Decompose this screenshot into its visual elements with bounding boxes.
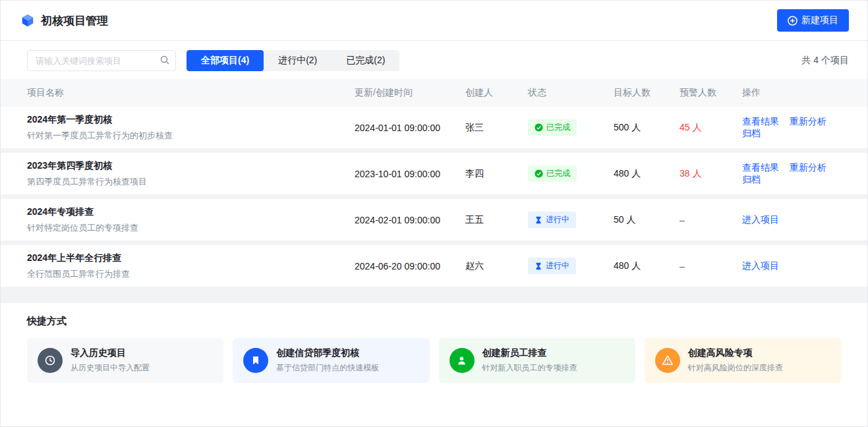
- project-name: 2023年第四季度初核: [27, 160, 355, 172]
- search-icon[interactable]: [159, 55, 170, 65]
- preliminary-review-project-management-page: 初核项目管理 新建项目 全部项目(4): [0, 0, 868, 427]
- enter-project-link[interactable]: 进入项目: [742, 214, 779, 225]
- table-row: 2024年第一季度初核 针对第一季度员工异常行为的初步核查 2024-01-01…: [1, 107, 867, 153]
- page-header: 初核项目管理 新建项目: [1, 1, 867, 41]
- shortcut-title: 创建新员工排查: [482, 347, 577, 359]
- status-badge-in-progress: 进行中: [528, 212, 576, 228]
- shortcut-new-employee-screening[interactable]: 创建新员工排查 针对新入职员工的专项排查: [439, 338, 635, 383]
- reanalyze-link[interactable]: 重新分析: [790, 162, 826, 173]
- shortcut-title: 创建信贷部季度初核: [276, 347, 379, 359]
- bookmark-icon: [243, 348, 268, 373]
- shortcut-description: 基于信贷部门特点的快速模板: [276, 362, 379, 374]
- shortcut-title: 创建高风险专项: [688, 347, 783, 359]
- project-name: 2024年专项排查: [27, 206, 355, 218]
- shortcuts-title: 快捷方式: [27, 315, 841, 327]
- shortcut-text: 创建高风险专项 针对高风险岗位的深度排查: [688, 347, 783, 374]
- status-cell: 已完成: [528, 165, 614, 182]
- shortcut-text: 导入历史项目 从历史项目中导入配置: [71, 347, 150, 374]
- project-name: 2024年上半年全行排查: [27, 252, 355, 264]
- enter-project-link[interactable]: 进入项目: [742, 260, 779, 271]
- view-results-link[interactable]: 查看结果: [742, 162, 779, 173]
- project-creator: 王五: [465, 214, 528, 226]
- status-cell: 已完成: [528, 119, 614, 136]
- view-results-link[interactable]: 查看结果: [742, 116, 779, 127]
- col-header-project-name: 项目名称: [27, 87, 355, 99]
- table-header-row: 项目名称 更新/创建时间 创建人 状态 目标人数 预警人数 操作: [1, 79, 867, 107]
- project-time: 2024-02-01 09:00:00: [355, 215, 465, 225]
- cube-logo-icon: [20, 13, 35, 28]
- shortcut-import-history[interactable]: 导入历史项目 从历史项目中导入配置: [27, 338, 223, 383]
- table-row: 2023年第四季度初核 第四季度员工异常行为核查项目 2023-10-01 09…: [1, 153, 867, 199]
- target-count: 480 人: [614, 168, 680, 180]
- project-creator: 李四: [465, 168, 528, 180]
- shortcut-credit-dept-review[interactable]: 创建信贷部季度初核 基于信贷部门特点的快速模板: [233, 338, 429, 383]
- status-label: 已完成: [546, 168, 570, 179]
- project-name-cell: 2023年第四季度初核 第四季度员工异常行为核查项目: [27, 160, 355, 188]
- check-circle-icon: [535, 123, 543, 132]
- project-name-cell: 2024年专项排查 针对特定岗位员工的专项排查: [27, 206, 355, 234]
- target-count: 50 人: [614, 214, 680, 226]
- toolbar: 全部项目(4) 进行中(2) 已完成(2) 共 4 个项目: [1, 41, 867, 79]
- project-filter-tabs: 全部项目(4) 进行中(2) 已完成(2): [187, 50, 399, 71]
- col-header-target-count: 目标人数: [614, 87, 680, 99]
- col-header-creator: 创建人: [465, 87, 528, 99]
- person-icon: [449, 348, 475, 373]
- project-time: 2023-10-01 09:00:00: [355, 169, 465, 179]
- shortcut-title: 导入历史项目: [71, 347, 150, 359]
- status-badge-completed: 已完成: [528, 165, 577, 182]
- table-row: 2024年专项排查 针对特定岗位员工的专项排查 2024-02-01 09:00…: [1, 199, 867, 245]
- section-divider: [1, 291, 867, 303]
- total-project-count: 共 4 个项目: [801, 55, 849, 67]
- actions-cell: 查看结果 重新分析 归档: [742, 116, 841, 140]
- check-circle-icon: [535, 169, 543, 178]
- project-time: 2024-06-20 09:00:00: [355, 261, 465, 271]
- page-title: 初核项目管理: [41, 13, 108, 28]
- tab-all-projects[interactable]: 全部项目(4): [187, 50, 264, 71]
- status-label: 进行中: [546, 214, 569, 225]
- archive-link[interactable]: 归档: [742, 128, 761, 138]
- shortcut-description: 针对高风险岗位的深度排查: [688, 362, 783, 374]
- status-cell: 进行中: [528, 212, 614, 228]
- plus-circle-icon: [788, 16, 797, 26]
- hourglass-icon: [535, 216, 542, 224]
- status-badge-in-progress: 进行中: [528, 258, 576, 274]
- status-label: 已完成: [546, 122, 570, 133]
- tab-in-progress[interactable]: 进行中(2): [264, 50, 332, 71]
- status-badge-completed: 已完成: [528, 119, 577, 136]
- actions-cell: 查看结果 重新分析 归档: [742, 162, 841, 186]
- search-input[interactable]: [27, 50, 176, 71]
- target-count: 480 人: [614, 260, 680, 272]
- tab-completed[interactable]: 已完成(2): [332, 50, 399, 71]
- project-description: 全行范围员工异常行为排查: [27, 268, 355, 280]
- warning-count: –: [680, 261, 742, 271]
- shortcut-description: 从历史项目中导入配置: [71, 362, 150, 374]
- project-time: 2024-01-01 09:00:00: [355, 123, 465, 133]
- new-project-button[interactable]: 新建项目: [777, 9, 849, 32]
- shortcut-text: 创建信贷部季度初核 基于信贷部门特点的快速模板: [276, 347, 379, 374]
- header-left: 初核项目管理: [20, 13, 108, 28]
- shortcut-high-risk-special[interactable]: 创建高风险专项 针对高风险岗位的深度排查: [645, 338, 841, 383]
- warning-count: 45 人: [680, 122, 742, 134]
- status-label: 进行中: [546, 260, 569, 271]
- col-header-status: 状态: [528, 87, 614, 99]
- project-creator: 赵六: [465, 260, 528, 272]
- actions-cell: 进入项目: [742, 214, 841, 226]
- reanalyze-link[interactable]: 重新分析: [790, 116, 826, 127]
- shortcut-text: 创建新员工排查 针对新入职员工的专项排查: [482, 347, 577, 374]
- warning-count: –: [680, 215, 742, 225]
- project-description: 针对第一季度员工异常行为的初步核查: [27, 130, 355, 142]
- col-header-actions: 操作: [742, 87, 841, 99]
- status-cell: 进行中: [528, 258, 614, 274]
- history-clock-icon: [38, 348, 63, 373]
- target-count: 500 人: [614, 122, 680, 134]
- warning-triangle-icon: [655, 348, 680, 373]
- project-name-cell: 2024年第一季度初核 针对第一季度员工异常行为的初步核查: [27, 114, 355, 142]
- search-box: [27, 50, 176, 71]
- project-description: 针对特定岗位员工的专项排查: [27, 222, 355, 234]
- new-project-button-label: 新建项目: [801, 14, 838, 26]
- shortcut-cards: 导入历史项目 从历史项目中导入配置 创建信贷部季度初核 基于信贷部门特点的快速模…: [27, 338, 841, 383]
- project-description: 第四季度员工异常行为核查项目: [27, 176, 355, 188]
- project-name: 2024年第一季度初核: [27, 114, 355, 126]
- archive-link[interactable]: 归档: [742, 174, 761, 185]
- shortcuts-section: 快捷方式 导入历史项目 从历史项目中导入配置: [1, 303, 867, 383]
